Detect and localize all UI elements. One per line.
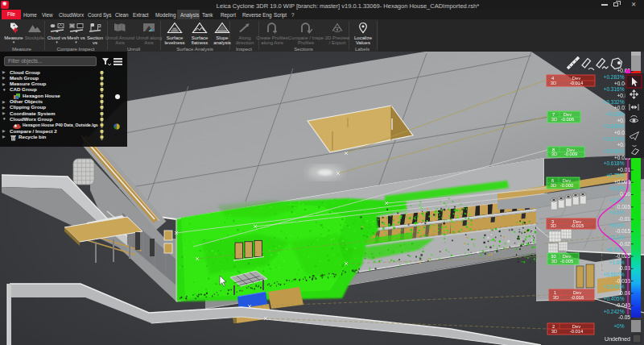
svg-text:-0.025: -0.025 — [616, 253, 631, 259]
svg-text:Dev: Dev — [564, 112, 572, 117]
svg-text:-0.006: -0.006 — [561, 117, 574, 122]
svg-text:+0%: +0% — [613, 323, 624, 329]
svg-text:+0.9%: +0.9% — [609, 185, 625, 191]
svg-text:-0.01: -0.01 — [618, 216, 630, 222]
svg-text:+0.377%: +0.377% — [604, 136, 625, 142]
svg-text:+0.332%: +0.332% — [604, 99, 625, 105]
svg-text:Dev: Dev — [563, 178, 571, 183]
svg-text:3D: 3D — [551, 152, 557, 156]
svg-text:3D: 3D — [551, 81, 556, 85]
svg-text:3D: 3D — [551, 117, 557, 122]
svg-text:3D: 3D — [551, 183, 556, 188]
svg-text:+0.567%: +0.567% — [604, 272, 625, 277]
svg-text:-0.005: -0.005 — [616, 204, 631, 210]
svg-text:+0.33%: +0.33% — [606, 111, 624, 117]
svg-text:-0.005: -0.005 — [560, 259, 573, 264]
svg-text:-0.009: -0.009 — [564, 152, 577, 156]
svg-text:3D: 3D — [551, 329, 557, 334]
svg-text:+0.405%: +0.405% — [604, 296, 625, 301]
svg-text:+0.345%: +0.345% — [604, 123, 625, 129]
svg-text:-0.014: -0.014 — [570, 81, 584, 85]
svg-text:-0.015: -0.015 — [616, 228, 631, 234]
svg-text:6: 6 — [551, 178, 554, 183]
svg-text:3D: 3D — [551, 223, 556, 228]
svg-text:-0.000: -0.000 — [560, 183, 573, 188]
svg-text:-0.015: -0.015 — [571, 223, 584, 228]
svg-text:-0.016: -0.016 — [571, 295, 584, 300]
svg-text:+0.01: +0.01 — [617, 167, 631, 172]
svg-text:+0.316%: +0.316% — [604, 86, 625, 92]
svg-text:-0.03: -0.03 — [618, 265, 630, 271]
svg-text:-0.04: -0.04 — [618, 290, 630, 296]
svg-text:+0.283%: +0.283% — [604, 74, 625, 80]
svg-text:30: 30 — [551, 254, 555, 259]
svg-text:+1.6%: +1.6% — [609, 260, 625, 265]
svg-text:Undefined: Undefined — [605, 336, 630, 342]
svg-text:-0.014: -0.014 — [570, 329, 584, 334]
svg-text:+0.546%: +0.546% — [604, 284, 625, 289]
svg-text:+0.75%: +0.75% — [606, 172, 624, 178]
svg-text:2: 2 — [552, 324, 555, 329]
svg-text:3D: 3D — [551, 259, 557, 264]
svg-text:-0.02: -0.02 — [618, 241, 630, 247]
svg-text:3D: 3D — [553, 295, 559, 300]
svg-text:+0.242%: +0.242% — [604, 309, 625, 314]
svg-text:+8.6%: +8.6% — [609, 222, 625, 228]
svg-text:Dev: Dev — [573, 290, 581, 295]
svg-text:+0.618%: +0.618% — [604, 160, 625, 166]
svg-text:Dev: Dev — [572, 76, 580, 81]
svg-text:Dev: Dev — [572, 324, 580, 329]
svg-text:Dev: Dev — [563, 254, 571, 259]
svg-text:+0.536%: +0.536% — [604, 148, 625, 154]
svg-text:1: 1 — [554, 290, 556, 295]
svg-text:-0.05: -0.05 — [618, 314, 630, 320]
svg-text:7: 7 — [552, 112, 555, 117]
svg-text:+4.1%: +4.1% — [609, 210, 625, 215]
svg-text:+6.43%: +6.43% — [606, 247, 624, 252]
